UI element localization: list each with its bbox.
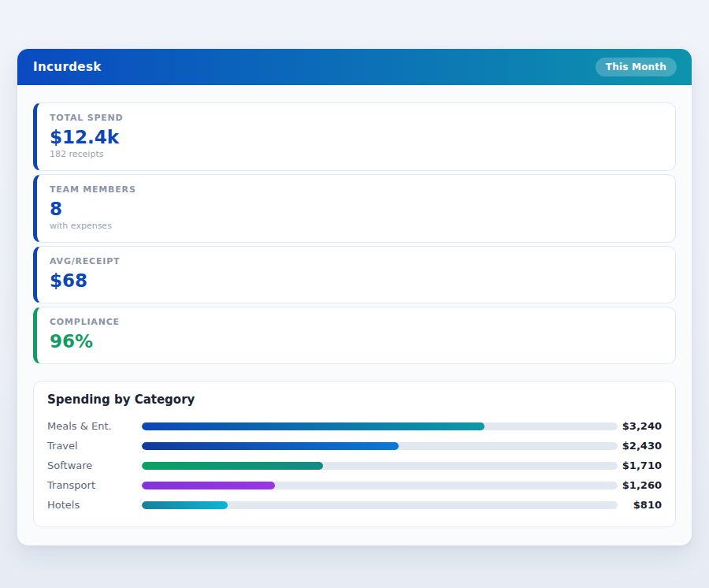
bar-fill (142, 482, 275, 489)
bar-value: $2,430 (618, 440, 662, 452)
bar-value: $810 (618, 499, 662, 511)
stat-value: 8 (50, 198, 663, 220)
bar-track (142, 462, 618, 470)
category-label: Transport (47, 479, 142, 491)
bar-track (142, 501, 618, 509)
stat-label: AVG/RECEIPT (50, 256, 663, 267)
bar-row-hotels: Hotels $810 (47, 495, 662, 515)
stat-subtext: with expenses (50, 221, 663, 232)
stat-subtext: 182 receipts (50, 149, 663, 160)
bar-fill (142, 462, 323, 470)
stat-value: 96% (50, 330, 663, 352)
bar-row-transport: Transport $1,260 (47, 475, 662, 495)
category-label: Hotels (47, 499, 142, 511)
bar-value: $1,260 (618, 479, 662, 491)
bar-track (142, 422, 618, 430)
stat-card-compliance: COMPLIANCE 96% (33, 307, 676, 364)
bar-row-meals: Meals & Ent. $3,240 (47, 416, 662, 436)
spending-by-category-card: Spending by Category Meals & Ent. $3,240… (33, 381, 676, 527)
bar-fill (142, 501, 228, 509)
stat-label: COMPLIANCE (50, 317, 663, 328)
category-label: Software (47, 460, 142, 471)
bar-value: $1,710 (618, 460, 662, 471)
stat-card-total-spend: TOTAL SPEND $12.4k 182 receipts (33, 102, 676, 171)
stat-card-team-members: TEAM MEMBERS 8 with expenses (33, 174, 676, 243)
stat-card-avg-receipt: AVG/RECEIPT $68 (33, 246, 676, 303)
stat-label: TOTAL SPEND (50, 113, 663, 124)
dashboard-body: TOTAL SPEND $12.4k 182 receipts TEAM MEM… (17, 85, 692, 545)
dashboard-card: Incurdesk This Month TOTAL SPEND $12.4k … (17, 49, 692, 545)
bar-track (142, 482, 618, 489)
app-title: Incurdesk (33, 60, 102, 74)
bar-value: $3,240 (618, 420, 662, 432)
app-header: Incurdesk This Month (17, 49, 692, 85)
bar-row-software: Software $1,710 (47, 456, 662, 475)
stat-label: TEAM MEMBERS (50, 184, 663, 195)
bar-row-travel: Travel $2,430 (47, 436, 662, 456)
bar-fill (142, 442, 399, 450)
chart-title: Spending by Category (47, 392, 662, 408)
stat-value: $68 (50, 270, 663, 292)
category-label: Meals & Ent. (47, 420, 142, 432)
bar-fill (142, 422, 484, 430)
page-background: Incurdesk This Month TOTAL SPEND $12.4k … (0, 0, 709, 588)
period-badge[interactable]: This Month (596, 58, 677, 76)
bar-track (142, 442, 618, 450)
stat-value: $12.4k (50, 126, 663, 148)
category-label: Travel (47, 440, 142, 452)
